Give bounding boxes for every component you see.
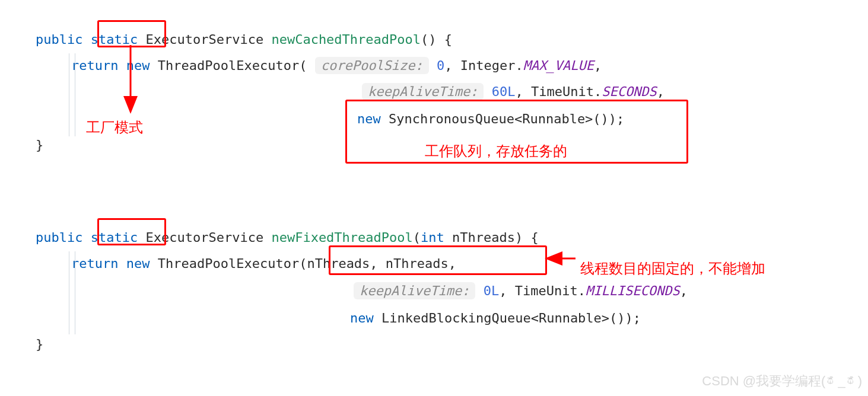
guide-line	[75, 251, 75, 334]
code-line-1-2: return new ThreadPoolExecutor( corePoolS…	[71, 53, 602, 78]
annotation-fixed: 线程数目的固定的，不能增加	[580, 255, 765, 282]
code-line-2-close: }	[36, 332, 43, 357]
code-line-1-close: }	[36, 133, 43, 158]
watermark: CSDN @我要学编程(ಥ_ಥ)	[702, 369, 862, 394]
guide-line	[75, 53, 75, 136]
code-line-2-4: new LinkedBlockingQueue<Runnable>());	[350, 306, 641, 331]
red-box-static-1	[97, 20, 166, 47]
annotation-queue: 工作队列，存放任务的	[425, 138, 567, 165]
guide-line	[69, 53, 69, 136]
red-box-nthreads	[329, 245, 547, 275]
annotation-factory: 工厂模式	[86, 114, 143, 141]
code-line-2-3: keepAliveTime: 0L, TimeUnit.MILLISECONDS…	[354, 279, 688, 304]
red-box-static-2	[97, 218, 166, 245]
guide-line	[69, 251, 69, 334]
